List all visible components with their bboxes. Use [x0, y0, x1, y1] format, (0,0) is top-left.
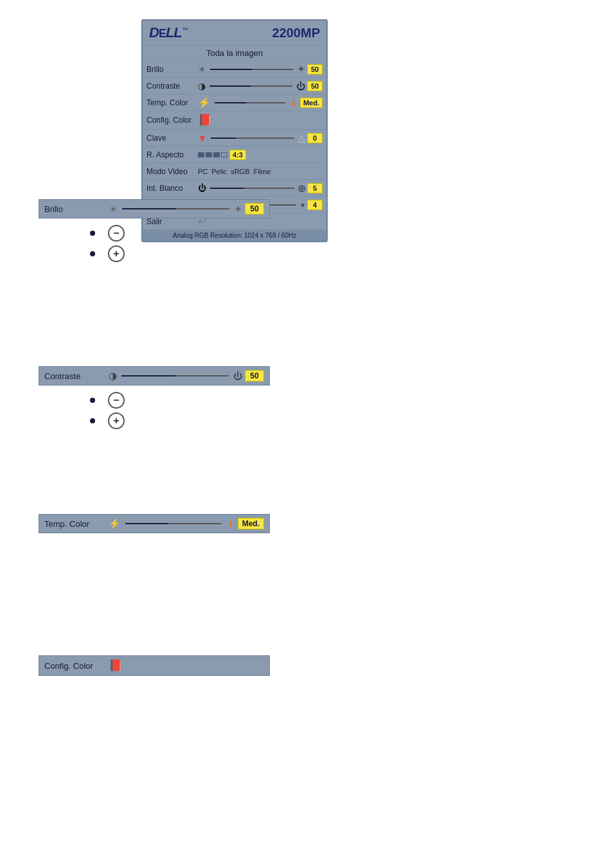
exp-temp-color-value: Med. — [238, 518, 264, 529]
temp-icon-right: 🌡 — [289, 98, 298, 108]
brillo-decrease-button[interactable]: − — [108, 225, 125, 242]
bullet-dot-minus — [90, 231, 95, 236]
config-color-icon: 📕 — [198, 113, 212, 127]
config-color-row: Config. Color 📕 — [143, 111, 326, 130]
contraste-icon-left: ◑ — [198, 81, 206, 91]
exp-temp-icon-right: 🌡 — [226, 518, 235, 529]
clave-slider[interactable] — [211, 137, 294, 139]
clave-label: Clave — [147, 134, 198, 143]
exp-contraste-label: Contraste — [44, 371, 109, 381]
contraste-control: ◑ ⏻ 50 — [198, 81, 323, 91]
aspect-box-4[interactable] — [221, 152, 227, 157]
contraste-decrease-button[interactable]: − — [108, 392, 125, 409]
contraste-bullet-dot-plus — [90, 418, 95, 423]
contraste-slider[interactable] — [209, 85, 292, 87]
brillo-increase-button[interactable]: + — [108, 245, 125, 262]
model-number: 2200MP — [272, 26, 321, 40]
exp-config-color-icon: 📕 — [109, 659, 123, 673]
brillo-increase-item: + — [90, 245, 270, 262]
contraste-label: Contraste — [147, 82, 198, 91]
exp-brillo-value: 50 — [245, 203, 264, 215]
bullet-dot-plus — [90, 251, 95, 256]
clave-icon-left: ▼ — [198, 133, 207, 143]
exp-brillo-label: Brillo — [44, 204, 109, 214]
exp-brillo-icon-right: ✦ — [234, 203, 242, 215]
exp-temp-icon-left: ⚡ — [109, 518, 121, 529]
int-blanco-value: 5 — [307, 183, 323, 193]
brillo-icon-right: ✦ — [297, 63, 305, 75]
brillo-label: Brillo — [147, 65, 198, 74]
contraste-value: 50 — [307, 81, 323, 91]
osd-header: DELL™ 2200MP — [143, 21, 326, 46]
expanded-temp-color-section: Temp. Color ⚡ 🌡 Med. — [39, 514, 270, 533]
video-mode-pelic[interactable]: Pelic — [211, 168, 227, 175]
video-mode-options: PC Pelic sRGB Filme — [198, 168, 271, 175]
expanded-contraste-section: Contraste ◑ ⏻ 50 − + — [39, 366, 270, 433]
int-blanco-slider[interactable] — [210, 188, 294, 189]
temp-color-value: Med. — [300, 98, 323, 108]
r-aspecto-label: R. Aspecto — [147, 150, 198, 159]
contraste-increase-button[interactable]: + — [108, 412, 125, 429]
clave-icon-right: △ — [298, 133, 305, 143]
temp-color-slider[interactable] — [215, 102, 285, 103]
contraste-bullet-dot-minus — [90, 398, 95, 403]
r-aspecto-control: 4:3 — [198, 150, 323, 160]
r-aspecto-value: 4:3 — [229, 150, 246, 160]
degamma-value: 4 — [307, 200, 323, 210]
int-blanco-icon-right: ◎ — [298, 183, 305, 193]
exp-contraste-value: 50 — [245, 370, 264, 382]
expanded-brillo-section: Brillo ☀ ✦ 50 − + — [39, 199, 270, 266]
contraste-bullet-list: − + — [90, 392, 270, 429]
exp-contraste-control: ◑ ⏻ 50 — [109, 370, 264, 382]
modo-video-row: Modo Video PC Pelic sRGB Filme — [143, 163, 326, 180]
video-mode-srgb[interactable]: sRGB — [231, 168, 249, 175]
expanded-config-color-section: Config. Color 📕 — [39, 655, 270, 676]
contraste-increase-item: + — [90, 412, 270, 429]
exp-contraste-icon-left: ◑ — [109, 370, 117, 382]
exp-temp-color-label: Temp. Color — [44, 519, 109, 529]
brillo-value: 50 — [307, 64, 323, 75]
logo-tm: ™ — [182, 26, 188, 33]
contraste-icon-right: ⏻ — [296, 81, 305, 91]
osd-title: Toda la imagen — [143, 46, 326, 61]
temp-icon-left: ⚡ — [198, 96, 211, 109]
brillo-row: Brillo ☀ ✦ 50 — [143, 61, 326, 78]
temp-color-control: ⚡ 🌡 Med. — [198, 96, 323, 109]
int-blanco-label: Int. Blanco — [147, 184, 198, 193]
config-color-control: 📕 — [198, 113, 323, 127]
exp-temp-color-slider[interactable] — [125, 523, 222, 524]
exp-temp-color-control: ⚡ 🌡 Med. — [109, 518, 264, 529]
exp-contraste-icon-right: ⏻ — [233, 371, 242, 381]
exp-config-color-control: 📕 — [109, 659, 264, 673]
dell-logo: DELL™ — [149, 24, 188, 41]
temp-color-row: Temp. Color ⚡ 🌡 Med. — [143, 94, 326, 111]
config-color-label: Config. Color — [147, 116, 198, 125]
clave-control: ▼ △ 0 — [198, 133, 323, 143]
brillo-control: ☀ ✦ 50 — [198, 63, 323, 75]
int-blanco-icon-left: ⏻ — [198, 183, 206, 193]
degamma-icon-right: ● — [300, 200, 305, 209]
aspect-box-1[interactable] — [198, 152, 204, 157]
exp-temp-color-row: Temp. Color ⚡ 🌡 Med. — [39, 514, 270, 533]
exp-brillo-icon-left: ☀ — [109, 203, 118, 215]
exp-brillo-slider[interactable] — [122, 208, 229, 209]
brillo-slider[interactable] — [210, 69, 293, 70]
brillo-decrease-item: − — [90, 225, 270, 242]
exp-config-color-label: Config. Color — [44, 661, 109, 671]
exp-brillo-row: Brillo ☀ ✦ 50 — [39, 199, 270, 218]
clave-row: Clave ▼ △ 0 — [143, 130, 326, 146]
modo-video-control: PC Pelic sRGB Filme — [198, 168, 323, 175]
brillo-bullet-list: − + — [90, 225, 270, 262]
video-mode-filme[interactable]: Filme — [253, 168, 271, 175]
r-aspecto-row: R. Aspecto 4:3 — [143, 146, 326, 163]
contraste-row: Contraste ◑ ⏻ 50 — [143, 78, 326, 94]
modo-video-label: Modo Video — [147, 167, 198, 176]
video-mode-pc[interactable]: PC — [198, 168, 208, 175]
aspect-box-3[interactable] — [213, 152, 220, 157]
temp-color-label: Temp. Color — [147, 98, 198, 107]
contraste-decrease-item: − — [90, 392, 270, 409]
aspect-box-2[interactable] — [206, 152, 212, 157]
exp-contraste-slider[interactable] — [121, 375, 229, 376]
exp-brillo-control: ☀ ✦ 50 — [109, 203, 264, 215]
clave-value: 0 — [307, 133, 323, 143]
